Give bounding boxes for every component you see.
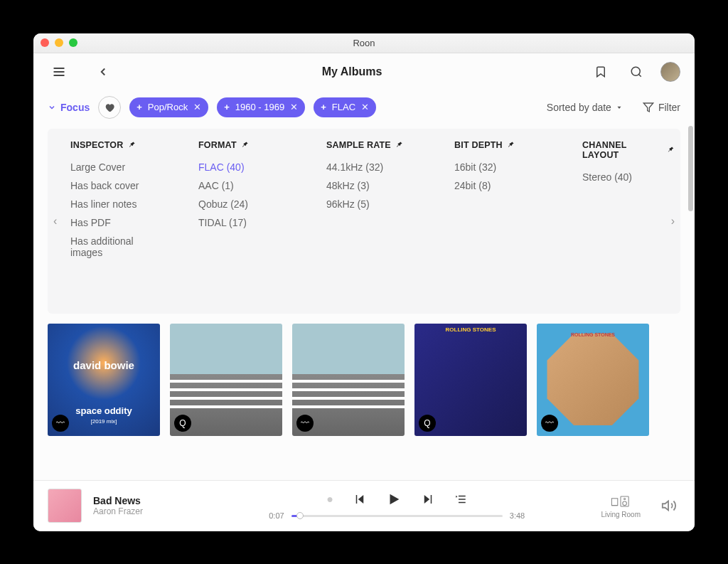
filter-bar: Focus + Pop/Rock ✕ + 1960 - 1969 ✕ + FLA… [33, 90, 695, 129]
svg-marker-10 [424, 495, 430, 504]
focus-col-channellayout: CHANNEL LAYOUT Stereo (40) [582, 140, 675, 297]
remove-chip-icon[interactable]: ✕ [361, 102, 369, 112]
pin-icon[interactable] [667, 146, 675, 154]
duration-time: 3:48 [510, 511, 525, 520]
focus-item[interactable]: Has back cover [70, 180, 163, 191]
favorite-filter[interactable] [98, 96, 121, 119]
seek-bar[interactable] [291, 515, 503, 517]
scrollbar[interactable] [688, 126, 693, 211]
svg-point-19 [623, 501, 627, 506]
filter-label: Filter [658, 102, 680, 113]
focus-button[interactable]: Focus [48, 102, 90, 113]
pin-icon[interactable] [128, 141, 136, 149]
focus-item[interactable]: AAC (1) [198, 180, 291, 191]
heart-icon [104, 102, 115, 113]
plus-icon: + [136, 102, 142, 112]
back-button[interactable] [92, 60, 114, 83]
chip-label: 1960 - 1969 [235, 102, 284, 112]
avatar[interactable] [660, 62, 680, 82]
now-playing-meta: Bad News Aaron Frazer [93, 495, 193, 516]
chip-label: FLAC [332, 102, 355, 112]
col-header: SAMPLE RATE [326, 140, 419, 150]
focus-item[interactable]: 24bit (8) [454, 180, 547, 191]
album-artist: david bowie [73, 359, 134, 371]
svg-marker-9 [390, 494, 400, 505]
source-badge-icon: 〰 [296, 415, 314, 432]
col-header: CHANNEL LAYOUT [582, 140, 675, 160]
pin-icon[interactable] [507, 141, 515, 149]
pin-icon[interactable] [395, 141, 403, 149]
pin-icon[interactable] [241, 141, 249, 149]
svg-rect-8 [356, 495, 358, 504]
panel-next[interactable]: › [671, 215, 675, 228]
svg-point-20 [624, 498, 626, 499]
svg-marker-21 [663, 501, 668, 511]
progress-bar[interactable]: 0:07 3:48 [269, 511, 525, 520]
svg-point-3 [631, 67, 640, 75]
focus-item[interactable]: Large Cover [70, 161, 163, 173]
remove-chip-icon[interactable]: ✕ [193, 102, 201, 112]
search-icon[interactable] [625, 60, 648, 83]
chip-label: Pop/Rock [148, 102, 188, 112]
sort-button[interactable]: Sorted by date [547, 102, 623, 113]
focus-item[interactable]: 16bit (32) [454, 161, 547, 173]
plus-icon: + [224, 102, 230, 112]
focus-item[interactable]: Has additional images [70, 235, 163, 258]
focus-panel: ‹ › INSPECTOR Large Cover Has back cover… [48, 129, 680, 314]
focus-item[interactable]: 44.1kHz (32) [326, 161, 419, 173]
signal-path-icon[interactable]: ● [326, 493, 333, 506]
previous-button[interactable] [353, 493, 366, 506]
album-grid: david bowie space oddity [2019 mix] 〰 Q … [33, 314, 695, 436]
focus-item[interactable]: TIDAL (17) [198, 217, 291, 228]
next-button[interactable] [422, 493, 434, 506]
filter-chip-genre[interactable]: + Pop/Rock ✕ [129, 97, 208, 117]
focus-item[interactable]: Stereo (40) [582, 171, 675, 183]
volume-button[interactable] [658, 494, 680, 517]
focus-item[interactable]: Has liner notes [70, 198, 163, 210]
source-badge-icon: 〰 [52, 415, 69, 432]
svg-marker-7 [358, 495, 364, 504]
source-badge-icon: Q [419, 415, 436, 432]
filter-button[interactable]: Filter [643, 102, 680, 113]
caret-down-icon [616, 104, 623, 111]
menu-icon[interactable] [48, 60, 70, 83]
focus-col-inspector: INSPECTOR Large Cover Has back cover Has… [70, 140, 163, 297]
app-window: Roon My Albums Focus + Pop/R [33, 33, 695, 531]
speaker-icon [661, 498, 677, 514]
remove-chip-icon[interactable]: ✕ [290, 102, 298, 112]
focus-item[interactable]: 48kHz (3) [326, 180, 419, 191]
filter-chip-year[interactable]: + 1960 - 1969 ✕ [217, 97, 305, 117]
svg-marker-15 [456, 496, 457, 498]
album-header: ROLLING STONES [537, 332, 649, 337]
queue-button[interactable] [454, 493, 467, 506]
focus-item[interactable]: FLAC (40) [198, 161, 291, 173]
album-card[interactable]: ROLLING STONES Q [414, 324, 527, 436]
titlebar: Roon [33, 33, 695, 53]
now-playing-artwork[interactable] [48, 489, 82, 523]
bookmark-icon[interactable] [589, 60, 612, 83]
zone-icon [611, 494, 631, 509]
track-title[interactable]: Bad News [93, 495, 193, 506]
focus-label: Focus [60, 102, 90, 113]
focus-col-format: FORMAT FLAC (40) AAC (1) Qobuz (24) TIDA… [198, 140, 291, 297]
col-header: FORMAT [198, 140, 291, 150]
zone-label: Living Room [601, 511, 641, 518]
panel-prev[interactable]: ‹ [53, 215, 57, 228]
album-card[interactable]: Q [170, 324, 282, 436]
album-card[interactable]: ROLLING STONES 〰 [537, 324, 649, 436]
play-button[interactable] [386, 491, 402, 507]
chevron-down-icon [48, 103, 56, 112]
filter-chip-format[interactable]: + FLAC ✕ [314, 97, 376, 117]
focus-item[interactable]: 96kHz (5) [326, 198, 419, 210]
now-playing-bar: Bad News Aaron Frazer ● 0:07 3:48 Living… [33, 480, 695, 531]
focus-item[interactable]: Has PDF [70, 217, 163, 228]
plus-icon: + [321, 102, 326, 112]
col-header: BIT DEPTH [454, 140, 547, 150]
focus-item[interactable]: Qobuz (24) [198, 198, 291, 210]
album-card[interactable]: david bowie space oddity [2019 mix] 〰 [48, 324, 160, 436]
zone-picker[interactable]: Living Room [601, 494, 641, 518]
source-badge-icon: 〰 [541, 415, 558, 432]
track-artist[interactable]: Aaron Frazer [93, 506, 193, 516]
svg-marker-5 [617, 106, 621, 108]
album-card[interactable]: 〰 [292, 324, 405, 436]
